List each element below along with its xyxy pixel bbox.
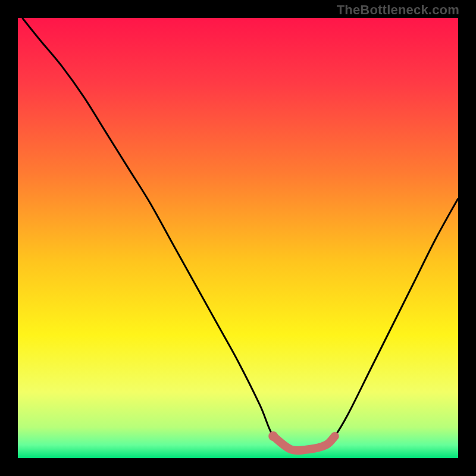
curve-layer: [18, 18, 458, 458]
plot-area: [18, 18, 458, 458]
chart-frame: TheBottleneck.com: [0, 0, 476, 476]
bottleneck-curve: [22, 18, 458, 450]
optimal-zone-highlight: [273, 436, 335, 450]
optimal-zone-start-dot: [268, 431, 278, 441]
watermark-text: TheBottleneck.com: [337, 2, 459, 18]
